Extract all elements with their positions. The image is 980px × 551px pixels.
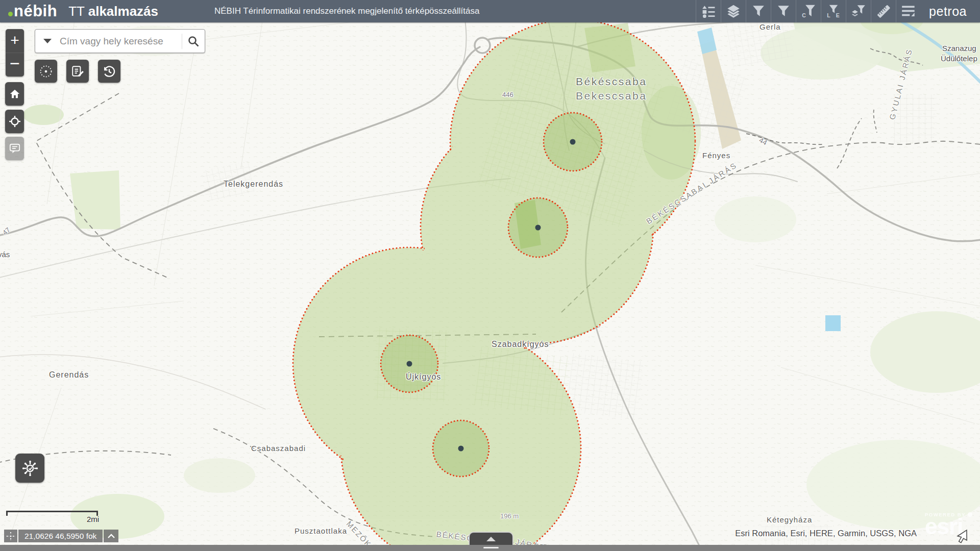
- legend-icon[interactable]: [696, 0, 721, 22]
- username[interactable]: petroa: [921, 4, 980, 19]
- header-bar: nébih TT alkalmazás NÉBIH Térinformatika…: [0, 0, 980, 22]
- locate-button[interactable]: [5, 110, 24, 133]
- scale-label: 2mi: [87, 515, 99, 523]
- measure-icon[interactable]: [871, 0, 896, 22]
- history-tool-button[interactable]: [98, 60, 120, 83]
- zoom-control: + −: [6, 29, 24, 77]
- filter-2-icon[interactable]: [771, 0, 796, 22]
- comments-button[interactable]: [5, 137, 24, 160]
- chevron-up-icon: [486, 537, 496, 541]
- svg-text:C: C: [802, 12, 806, 18]
- home-button[interactable]: [5, 82, 24, 106]
- logo-text: nébih: [14, 0, 57, 22]
- search-box: [35, 29, 205, 53]
- scale-bar: 2mi: [6, 511, 98, 512]
- coordinate-widget: 21,0626 46,5950 fok: [4, 530, 118, 542]
- filter-c-icon[interactable]: C: [796, 0, 821, 22]
- buffer-tool-button[interactable]: [35, 60, 57, 83]
- coordinate-readout: 21,0626 46,5950 fok: [18, 530, 103, 542]
- filter-le-icon[interactable]: LE: [821, 0, 846, 22]
- disease-layer-button[interactable]: [15, 454, 44, 483]
- chevron-down-icon: [43, 39, 52, 43]
- mouse-cursor: [955, 529, 969, 547]
- coordinate-expand-button[interactable]: [104, 530, 118, 542]
- layer-filter-icon[interactable]: [846, 0, 871, 22]
- list-menu-icon[interactable]: [896, 0, 921, 22]
- zoom-in-button[interactable]: +: [6, 29, 24, 53]
- app-title-regular: TT: [68, 4, 88, 19]
- layers-icon[interactable]: [721, 0, 746, 22]
- search-input[interactable]: [60, 36, 182, 47]
- search-source-dropdown[interactable]: [35, 30, 60, 53]
- attribute-panel-tab[interactable]: [469, 532, 513, 545]
- svg-text:L: L: [827, 12, 830, 18]
- app-subtitle: NÉBIH Térinformatikai rendszerének megje…: [214, 0, 479, 22]
- map-canvas[interactable]: [0, 0, 980, 551]
- zoom-out-button[interactable]: −: [6, 53, 24, 77]
- app-title-bold: alkalmazás: [88, 4, 158, 19]
- header-toolbar: C LE petroa: [696, 0, 980, 22]
- filter-icon[interactable]: [746, 0, 771, 22]
- logo-dot-icon: [8, 12, 13, 16]
- park-patch: [584, 23, 635, 72]
- nebih-logo[interactable]: nébih: [8, 0, 57, 22]
- map-attribution: Esri Romania, Esri, HERE, Garmin, USGS, …: [735, 529, 917, 538]
- search-button[interactable]: [182, 30, 205, 53]
- crosshair-icon[interactable]: [4, 530, 17, 542]
- report-edit-tool-button[interactable]: [66, 60, 89, 83]
- app-title: TT alkalmazás: [68, 4, 158, 19]
- panel-drag-handle[interactable]: [483, 547, 499, 548]
- app-window: BékéscsabaBekescsabaTelekgerendásGerendá…: [0, 0, 980, 551]
- svg-text:E: E: [836, 12, 840, 18]
